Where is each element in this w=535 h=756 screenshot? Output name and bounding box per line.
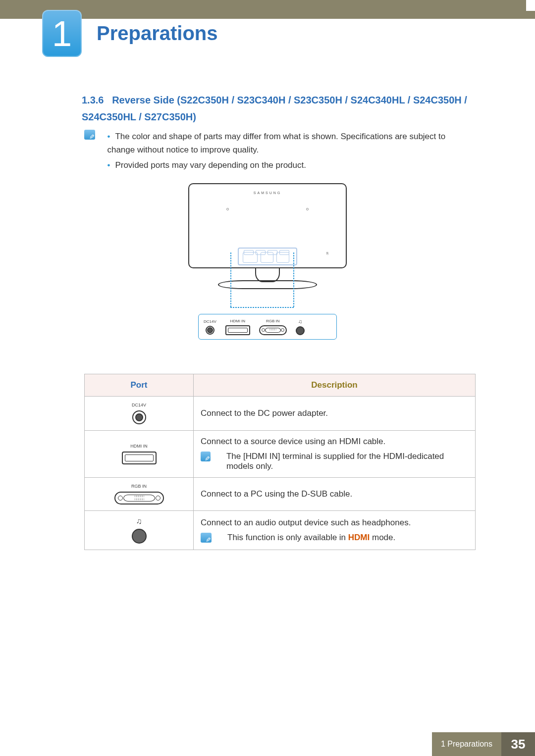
- note-icon: [201, 533, 212, 543]
- note-icon: [84, 130, 95, 140]
- port-headphone: ♫: [296, 318, 305, 335]
- port-cell-dc14v: DC14V: [85, 397, 194, 431]
- note-text: Provided ports may vary depending on the…: [115, 160, 306, 170]
- audio-jack-icon: [132, 529, 147, 544]
- subnote-text: The [HDMI IN] terminal is supplied for t…: [226, 452, 468, 471]
- table-row: ♫ Connect to an audio output device such…: [85, 511, 476, 550]
- description-cell: Connect to the DC power adapter.: [194, 397, 476, 431]
- port-panel: [238, 248, 297, 265]
- footer-page-number: 35: [501, 732, 535, 756]
- port-dc14v: DC14V: [204, 319, 216, 335]
- dsub-port-icon: ∷∷∷∷∷∷∷∷∷∷: [114, 492, 164, 504]
- note-item: •The color and shape of parts may differ…: [107, 130, 474, 156]
- port-cell-hdmi: HDMI IN: [85, 431, 194, 478]
- port-label: HDMI IN: [92, 444, 186, 449]
- description-text: Connect to an audio output device such a…: [201, 518, 411, 527]
- note-item: •Provided ports may vary depending on th…: [107, 158, 474, 172]
- port-cell-rgb: RGB IN ∷∷∷∷∷∷∷∷∷∷: [85, 478, 194, 511]
- description-cell: Connect to an audio output device such a…: [194, 511, 476, 550]
- callout-line: [230, 307, 294, 308]
- brand-label: SAMSUNG: [189, 191, 346, 195]
- table-row: HDMI IN Connect to a source device using…: [85, 431, 476, 478]
- port-rgb: RGB IN ∷∷∷∷: [259, 319, 287, 335]
- kensington-lock-icon: ⎘: [326, 252, 328, 255]
- hdmi-port-icon: [225, 325, 250, 335]
- note-text: The color and shape of parts may differ …: [107, 132, 445, 154]
- section-number: 1.3.6: [82, 95, 104, 105]
- chapter-title: Preparations: [97, 22, 218, 45]
- table-header-description: Description: [194, 374, 476, 397]
- hdmi-port-icon: [122, 452, 157, 464]
- chapter-number: 1: [52, 13, 72, 54]
- port-description-table: Port Description DC14V Connect to the DC…: [84, 374, 476, 550]
- subnote-text: This function is only available in HDMI …: [227, 533, 395, 543]
- note-icon: [201, 452, 211, 461]
- description-text: Connect to a source device using an HDMI…: [201, 437, 385, 446]
- port-label: DC14V: [92, 403, 186, 407]
- mount-hole-icon: [306, 208, 309, 210]
- mount-hole-icon: [226, 208, 229, 210]
- section-title: Reverse Side (S22C350H / S23C340H / S23C…: [82, 95, 467, 122]
- mini-port-icon: [276, 252, 289, 263]
- port-label: RGB IN: [92, 484, 186, 489]
- monitor-diagram: SAMSUNG ⎘ DC14V HDMI IN: [183, 183, 352, 340]
- description-cell: Connect to a source device using an HDMI…: [194, 431, 476, 478]
- mini-port-icon: [261, 252, 273, 263]
- port-detail-box: DC14V HDMI IN RGB IN ∷∷∷∷ ♫: [198, 314, 337, 340]
- note-list: •The color and shape of parts may differ…: [107, 130, 474, 174]
- mini-port-icon: [243, 252, 258, 263]
- port-cell-headphone: ♫: [85, 511, 194, 550]
- note-block: •The color and shape of parts may differ…: [84, 130, 476, 174]
- table-row: DC14V Connect to the DC power adapter.: [85, 397, 476, 431]
- bullet-icon: •: [107, 132, 115, 141]
- description-cell: Connect to a PC using the D-SUB cable.: [194, 478, 476, 511]
- section-heading: 1.3.6 Reverse Side (S22C350H / S23C340H …: [82, 92, 476, 125]
- subnote-suffix: mode.: [370, 533, 395, 542]
- footer-chapter-ref: 1 Preparations: [432, 732, 501, 756]
- table-header-port: Port: [85, 374, 194, 397]
- bullet-icon: •: [107, 160, 115, 170]
- monitor-rear: SAMSUNG ⎘: [188, 183, 347, 268]
- chapter-tab: 1: [42, 10, 82, 57]
- stand-neck: [255, 267, 280, 282]
- dc-jack-icon: [206, 326, 214, 335]
- audio-jack-icon: [296, 326, 305, 335]
- footer: 1 Preparations 35: [0, 732, 535, 756]
- port-hdmi: HDMI IN: [225, 319, 250, 335]
- table-row: RGB IN ∷∷∷∷∷∷∷∷∷∷ Connect to a PC using …: [85, 478, 476, 511]
- headphone-icon: ♫: [298, 318, 302, 324]
- dsub-port-icon: ∷∷∷∷: [259, 325, 287, 335]
- subnote-bold: HDMI: [348, 533, 370, 542]
- subnote-prefix: This function is only available in: [227, 533, 348, 542]
- port-label: RGB IN: [266, 319, 280, 323]
- port-label: DC14V: [204, 319, 216, 324]
- headphone-icon: ♫: [92, 517, 186, 526]
- dc-jack-icon: [132, 410, 146, 424]
- port-label: HDMI IN: [230, 319, 245, 323]
